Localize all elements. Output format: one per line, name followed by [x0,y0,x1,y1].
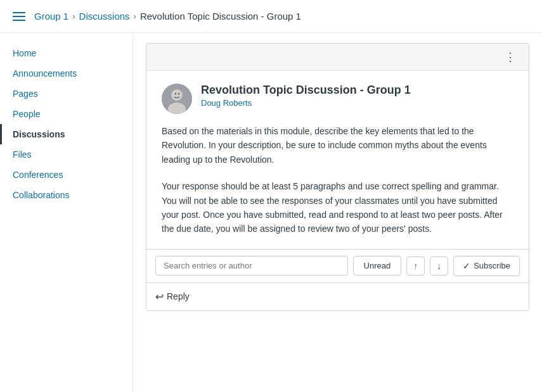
sidebar-item-pages[interactable]: Pages [0,84,132,104]
breadcrumb-discussions[interactable]: Discussions [79,11,130,22]
sidebar: Home Announcements Pages People Discussi… [0,33,133,392]
hamburger-menu-icon[interactable] [10,9,28,23]
body-paragraph-2: Your response should be at least 5 parag… [162,179,513,236]
discussion-title-block: Revolution Topic Discussion - Group 1 Do… [201,84,411,108]
breadcrumb-sep-2: › [134,11,136,21]
discussion-author[interactable]: Doug Roberts [201,98,411,108]
breadcrumb-sep-1: › [72,11,75,21]
discussion-card: ⋮ [146,43,529,311]
breadcrumb-group1[interactable]: Group 1 [34,11,68,22]
svg-point-4 [178,93,179,94]
reply-label: Reply [167,291,190,301]
breadcrumb: Group 1 › Discussions › Revolution Topic… [34,11,301,22]
avatar [162,84,192,114]
reply-arrow-icon: ↩ [155,291,164,303]
upload-icon-button[interactable]: ↑ [406,256,425,275]
discussion-title: Revolution Topic Discussion - Group 1 [201,84,411,97]
discussion-body: Based on the materials in this module, d… [162,124,513,236]
subscribe-button[interactable]: ✓ Subscribe [453,256,520,276]
sidebar-item-discussions[interactable]: Discussions [0,124,132,144]
body-paragraph-1: Based on the materials in this module, d… [162,124,513,167]
search-filter-bar: Unread ↑ ↓ ✓ Subscribe [146,249,529,282]
card-body: Revolution Topic Discussion - Group 1 Do… [146,71,529,249]
main-content: ⋮ [133,33,542,392]
more-options-button[interactable]: ⋮ [500,49,521,65]
discussion-header: Revolution Topic Discussion - Group 1 Do… [162,84,513,114]
sidebar-item-announcements[interactable]: Announcements [0,63,132,84]
svg-point-1 [171,89,183,101]
unread-button[interactable]: Unread [353,256,402,275]
subscribe-check-icon: ✓ [463,261,470,271]
sidebar-item-people[interactable]: People [0,104,132,124]
top-bar: Group 1 › Discussions › Revolution Topic… [0,0,542,33]
breadcrumb-current: Revolution Topic Discussion - Group 1 [140,11,301,22]
subscribe-label: Subscribe [474,261,510,270]
reply-button[interactable]: ↩ Reply [155,291,190,303]
download-icon-button[interactable]: ↓ [430,256,448,275]
sidebar-item-collaborations[interactable]: Collaborations [0,185,132,205]
main-layout: Home Announcements Pages People Discussi… [0,33,542,392]
reply-row: ↩ Reply [146,282,529,310]
svg-point-3 [175,93,176,94]
sidebar-item-home[interactable]: Home [0,43,132,63]
card-toolbar: ⋮ [146,44,529,71]
sidebar-item-files[interactable]: Files [0,144,132,165]
search-input[interactable] [155,256,348,275]
sidebar-item-conferences[interactable]: Conferences [0,165,132,185]
